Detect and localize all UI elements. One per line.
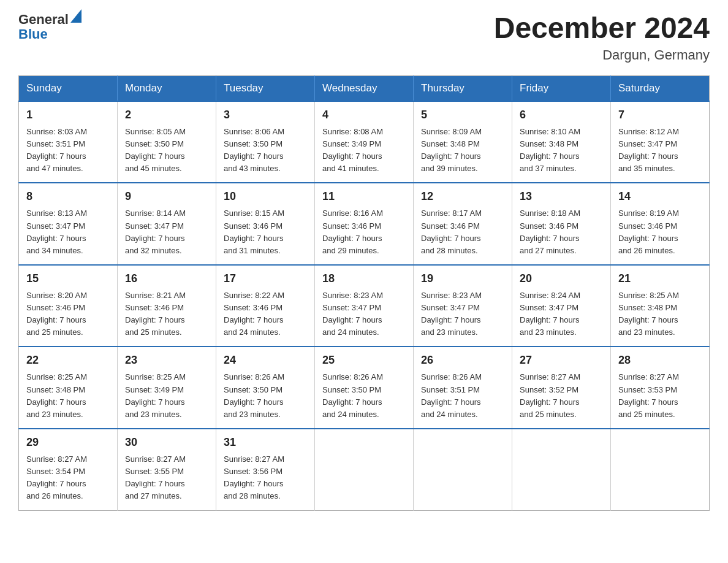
day-info: Sunrise: 8:25 AM Sunset: 3:49 PM Dayligh… (125, 371, 208, 421)
calendar-cell: 20Sunrise: 8:24 AM Sunset: 3:47 PM Dayli… (512, 265, 611, 347)
day-info: Sunrise: 8:10 AM Sunset: 3:48 PM Dayligh… (520, 126, 603, 175)
calendar-cell: 29Sunrise: 8:27 AM Sunset: 3:54 PM Dayli… (19, 429, 118, 510)
day-info: Sunrise: 8:20 AM Sunset: 3:46 PM Dayligh… (26, 289, 110, 339)
location-subtitle: Dargun, Germany (494, 47, 710, 63)
day-number: 4 (322, 107, 406, 123)
day-info: Sunrise: 8:13 AM Sunset: 3:47 PM Dayligh… (26, 207, 110, 257)
weekday-header-tuesday: Tuesday (216, 75, 315, 101)
day-number: 19 (421, 270, 504, 287)
weekday-header-friday: Friday (512, 75, 611, 101)
day-number: 2 (125, 107, 208, 123)
calendar-cell: 13Sunrise: 8:18 AM Sunset: 3:46 PM Dayli… (512, 183, 611, 265)
calendar-cell: 19Sunrise: 8:23 AM Sunset: 3:47 PM Dayli… (414, 265, 512, 347)
month-title: December 2024 (494, 12, 710, 45)
day-number: 3 (224, 107, 307, 123)
day-info: Sunrise: 8:26 AM Sunset: 3:50 PM Dayligh… (322, 371, 406, 421)
day-info: Sunrise: 8:16 AM Sunset: 3:46 PM Dayligh… (322, 207, 406, 257)
weekday-header-sunday: Sunday (19, 75, 118, 101)
day-number: 16 (125, 270, 208, 287)
logo-blue-text: Blue (18, 27, 82, 42)
calendar-cell: 16Sunrise: 8:21 AM Sunset: 3:46 PM Dayli… (118, 265, 216, 347)
weekday-header-saturday: Saturday (611, 75, 710, 101)
calendar-cell: 21Sunrise: 8:25 AM Sunset: 3:48 PM Dayli… (611, 265, 710, 347)
calendar-cell: 17Sunrise: 8:22 AM Sunset: 3:46 PM Dayli… (216, 265, 315, 347)
day-info: Sunrise: 8:03 AM Sunset: 3:51 PM Dayligh… (26, 126, 110, 175)
day-number: 18 (322, 270, 406, 287)
weekday-header-wednesday: Wednesday (315, 75, 414, 101)
calendar-week-row: 29Sunrise: 8:27 AM Sunset: 3:54 PM Dayli… (19, 429, 710, 510)
calendar-week-row: 15Sunrise: 8:20 AM Sunset: 3:46 PM Dayli… (19, 265, 710, 347)
svg-marker-0 (70, 9, 82, 23)
logo-general-text: General (18, 12, 69, 27)
page-header: General Blue December 2024 Dargun, Germa… (18, 12, 710, 63)
day-info: Sunrise: 8:23 AM Sunset: 3:47 PM Dayligh… (421, 289, 504, 339)
logo-triangle-icon (70, 9, 82, 23)
day-number: 26 (421, 352, 504, 369)
calendar-cell: 1Sunrise: 8:03 AM Sunset: 3:51 PM Daylig… (19, 101, 118, 183)
day-info: Sunrise: 8:25 AM Sunset: 3:48 PM Dayligh… (26, 371, 110, 421)
day-number: 30 (125, 434, 208, 451)
day-number: 29 (26, 434, 110, 451)
calendar-cell (414, 429, 512, 510)
day-number: 21 (618, 270, 702, 287)
calendar-cell: 18Sunrise: 8:23 AM Sunset: 3:47 PM Dayli… (315, 265, 414, 347)
day-number: 22 (26, 352, 110, 369)
calendar-cell: 9Sunrise: 8:14 AM Sunset: 3:47 PM Daylig… (118, 183, 216, 265)
day-info: Sunrise: 8:08 AM Sunset: 3:49 PM Dayligh… (322, 126, 406, 175)
day-info: Sunrise: 8:09 AM Sunset: 3:48 PM Dayligh… (421, 126, 504, 175)
day-number: 12 (421, 188, 504, 205)
weekday-header-thursday: Thursday (414, 75, 512, 101)
calendar-cell: 3Sunrise: 8:06 AM Sunset: 3:50 PM Daylig… (216, 101, 315, 183)
day-info: Sunrise: 8:26 AM Sunset: 3:50 PM Dayligh… (224, 371, 307, 421)
day-number: 27 (520, 352, 603, 369)
calendar-week-row: 1Sunrise: 8:03 AM Sunset: 3:51 PM Daylig… (19, 101, 710, 183)
weekday-header-row: SundayMondayTuesdayWednesdayThursdayFrid… (19, 75, 710, 101)
day-number: 17 (224, 270, 307, 287)
day-number: 10 (224, 188, 307, 205)
weekday-header-monday: Monday (118, 75, 216, 101)
day-number: 25 (322, 352, 406, 369)
calendar-cell: 11Sunrise: 8:16 AM Sunset: 3:46 PM Dayli… (315, 183, 414, 265)
calendar-cell: 14Sunrise: 8:19 AM Sunset: 3:46 PM Dayli… (611, 183, 710, 265)
calendar-week-row: 22Sunrise: 8:25 AM Sunset: 3:48 PM Dayli… (19, 347, 710, 429)
day-info: Sunrise: 8:18 AM Sunset: 3:46 PM Dayligh… (520, 207, 603, 257)
calendar-cell: 27Sunrise: 8:27 AM Sunset: 3:52 PM Dayli… (512, 347, 611, 429)
day-number: 1 (26, 107, 110, 123)
day-info: Sunrise: 8:12 AM Sunset: 3:47 PM Dayligh… (618, 126, 702, 175)
day-info: Sunrise: 8:27 AM Sunset: 3:53 PM Dayligh… (618, 371, 702, 421)
day-number: 23 (125, 352, 208, 369)
day-number: 6 (520, 107, 603, 123)
calendar-cell: 26Sunrise: 8:26 AM Sunset: 3:51 PM Dayli… (414, 347, 512, 429)
day-number: 15 (26, 270, 110, 287)
day-info: Sunrise: 8:14 AM Sunset: 3:47 PM Dayligh… (125, 207, 208, 257)
calendar-cell: 5Sunrise: 8:09 AM Sunset: 3:48 PM Daylig… (414, 101, 512, 183)
day-info: Sunrise: 8:15 AM Sunset: 3:46 PM Dayligh… (224, 207, 307, 257)
calendar-cell (512, 429, 611, 510)
day-number: 13 (520, 188, 603, 205)
calendar-cell: 31Sunrise: 8:27 AM Sunset: 3:56 PM Dayli… (216, 429, 315, 510)
day-info: Sunrise: 8:24 AM Sunset: 3:47 PM Dayligh… (520, 289, 603, 339)
day-info: Sunrise: 8:05 AM Sunset: 3:50 PM Dayligh… (125, 126, 208, 175)
day-number: 14 (618, 188, 702, 205)
day-info: Sunrise: 8:06 AM Sunset: 3:50 PM Dayligh… (224, 126, 307, 175)
day-number: 11 (322, 188, 406, 205)
calendar-cell: 25Sunrise: 8:26 AM Sunset: 3:50 PM Dayli… (315, 347, 414, 429)
calendar-cell (611, 429, 710, 510)
calendar-cell: 6Sunrise: 8:10 AM Sunset: 3:48 PM Daylig… (512, 101, 611, 183)
day-number: 31 (224, 434, 307, 451)
calendar-cell: 22Sunrise: 8:25 AM Sunset: 3:48 PM Dayli… (19, 347, 118, 429)
day-number: 28 (618, 352, 702, 369)
day-info: Sunrise: 8:23 AM Sunset: 3:47 PM Dayligh… (322, 289, 406, 339)
day-number: 8 (26, 188, 110, 205)
title-section: December 2024 Dargun, Germany (494, 12, 710, 63)
day-info: Sunrise: 8:27 AM Sunset: 3:55 PM Dayligh… (125, 453, 208, 503)
calendar-cell: 7Sunrise: 8:12 AM Sunset: 3:47 PM Daylig… (611, 101, 710, 183)
day-info: Sunrise: 8:21 AM Sunset: 3:46 PM Dayligh… (125, 289, 208, 339)
calendar-cell: 28Sunrise: 8:27 AM Sunset: 3:53 PM Dayli… (611, 347, 710, 429)
day-number: 20 (520, 270, 603, 287)
day-info: Sunrise: 8:27 AM Sunset: 3:56 PM Dayligh… (224, 453, 307, 503)
calendar-week-row: 8Sunrise: 8:13 AM Sunset: 3:47 PM Daylig… (19, 183, 710, 265)
calendar-table: SundayMondayTuesdayWednesdayThursdayFrid… (18, 75, 710, 511)
day-info: Sunrise: 8:25 AM Sunset: 3:48 PM Dayligh… (618, 289, 702, 339)
day-info: Sunrise: 8:19 AM Sunset: 3:46 PM Dayligh… (618, 207, 702, 257)
